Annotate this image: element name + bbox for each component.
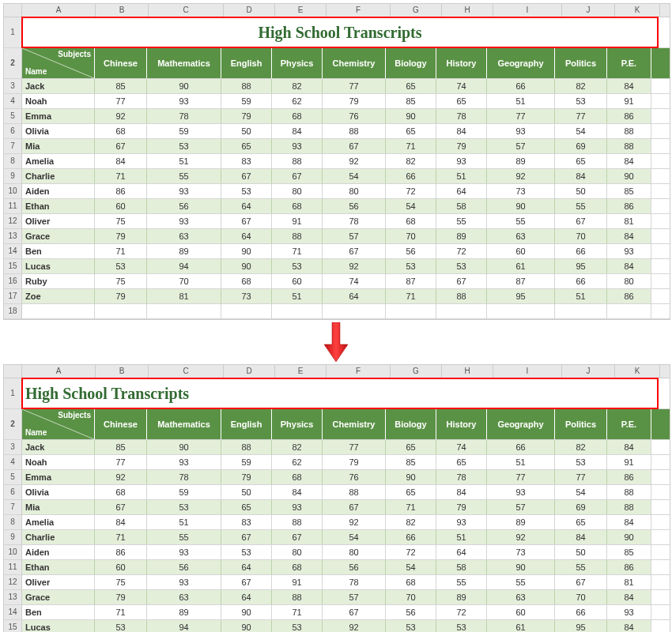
- column-header[interactable]: English: [221, 409, 272, 439]
- data-cell[interactable]: 90: [386, 109, 436, 123]
- data-cell[interactable]: 67: [323, 244, 386, 258]
- data-cell[interactable]: 64: [436, 545, 487, 559]
- data-cell[interactable]: 67: [221, 214, 272, 228]
- row-number[interactable]: 8: [4, 515, 22, 529]
- data-cell[interactable]: 94: [147, 620, 221, 632]
- data-cell[interactable]: 84: [555, 169, 607, 183]
- data-cell[interactable]: 93: [272, 500, 323, 514]
- data-cell[interactable]: 94: [147, 259, 221, 273]
- data-cell[interactable]: 84: [607, 620, 651, 632]
- data-cell[interactable]: 71: [386, 139, 436, 153]
- data-cell[interactable]: 53: [555, 94, 607, 108]
- row-number[interactable]: 11: [4, 560, 22, 574]
- data-cell[interactable]: 75: [95, 274, 147, 288]
- data-cell[interactable]: 92: [323, 515, 386, 529]
- data-cell[interactable]: 53: [555, 455, 607, 469]
- data-cell[interactable]: 65: [386, 440, 436, 454]
- column-letter[interactable]: E: [275, 4, 327, 17]
- row-number[interactable]: 15: [4, 259, 22, 273]
- data-cell[interactable]: 54: [555, 485, 607, 499]
- data-cell[interactable]: 67: [436, 274, 487, 288]
- data-cell[interactable]: 93: [436, 154, 487, 168]
- data-cell[interactable]: 56: [323, 199, 386, 213]
- row-number[interactable]: 7: [4, 139, 22, 153]
- data-cell[interactable]: 93: [147, 94, 221, 108]
- data-cell[interactable]: 87: [386, 274, 436, 288]
- name-cell[interactable]: Grace: [22, 229, 95, 243]
- column-header[interactable]: Biology: [386, 409, 436, 439]
- data-cell[interactable]: 65: [386, 485, 436, 499]
- data-cell[interactable]: 86: [607, 289, 651, 303]
- data-cell[interactable]: 64: [221, 229, 272, 243]
- data-cell[interactable]: 89: [147, 244, 221, 258]
- name-cell[interactable]: Grace: [22, 590, 95, 604]
- data-cell[interactable]: 68: [272, 470, 323, 484]
- empty-cell[interactable]: [272, 304, 323, 318]
- data-cell[interactable]: 92: [323, 154, 386, 168]
- row-number[interactable]: 17: [4, 289, 22, 303]
- data-cell[interactable]: 51: [487, 455, 555, 469]
- data-cell[interactable]: 89: [436, 229, 487, 243]
- data-cell[interactable]: 58: [436, 199, 487, 213]
- data-cell[interactable]: 83: [221, 154, 272, 168]
- data-cell[interactable]: 64: [221, 560, 272, 574]
- data-cell[interactable]: 82: [555, 79, 607, 93]
- data-cell[interactable]: 74: [323, 274, 386, 288]
- data-cell[interactable]: 89: [487, 154, 555, 168]
- data-cell[interactable]: 64: [221, 199, 272, 213]
- data-cell[interactable]: 65: [386, 79, 436, 93]
- name-cell[interactable]: Aiden: [22, 545, 95, 559]
- data-cell[interactable]: 61: [487, 259, 555, 273]
- data-cell[interactable]: 88: [272, 154, 323, 168]
- data-cell[interactable]: 84: [607, 590, 651, 604]
- data-cell[interactable]: 86: [607, 109, 651, 123]
- data-cell[interactable]: 77: [487, 470, 555, 484]
- data-cell[interactable]: 70: [147, 274, 221, 288]
- row-number[interactable]: 3: [4, 440, 22, 454]
- data-cell[interactable]: 54: [386, 199, 436, 213]
- data-cell[interactable]: 73: [221, 289, 272, 303]
- data-cell[interactable]: 86: [95, 184, 147, 198]
- data-cell[interactable]: 57: [487, 139, 555, 153]
- data-cell[interactable]: 84: [272, 485, 323, 499]
- column-letter[interactable]: K: [615, 4, 660, 17]
- data-cell[interactable]: 86: [607, 560, 651, 574]
- data-cell[interactable]: 82: [272, 79, 323, 93]
- data-cell[interactable]: 85: [386, 94, 436, 108]
- data-cell[interactable]: 63: [147, 229, 221, 243]
- name-cell[interactable]: Mia: [22, 500, 95, 514]
- name-cell[interactable]: Ruby: [22, 274, 95, 288]
- data-cell[interactable]: 51: [147, 515, 221, 529]
- data-cell[interactable]: 68: [95, 485, 147, 499]
- empty-cell[interactable]: [147, 304, 221, 318]
- sheet-title[interactable]: High School Transcripts: [22, 17, 658, 47]
- data-cell[interactable]: 82: [386, 154, 436, 168]
- data-cell[interactable]: 62: [272, 94, 323, 108]
- data-cell[interactable]: 72: [436, 605, 487, 619]
- data-cell[interactable]: 86: [95, 545, 147, 559]
- data-cell[interactable]: 92: [487, 169, 555, 183]
- select-all-corner[interactable]: [4, 4, 22, 17]
- data-cell[interactable]: 60: [95, 199, 147, 213]
- row-number[interactable]: 6: [4, 485, 22, 499]
- column-letter[interactable]: K: [615, 365, 660, 378]
- data-cell[interactable]: 71: [386, 500, 436, 514]
- data-cell[interactable]: 92: [95, 470, 147, 484]
- data-cell[interactable]: 68: [221, 274, 272, 288]
- name-cell[interactable]: Ben: [22, 244, 95, 258]
- data-cell[interactable]: 93: [607, 244, 651, 258]
- data-cell[interactable]: 85: [95, 79, 147, 93]
- data-cell[interactable]: 93: [607, 605, 651, 619]
- data-cell[interactable]: 57: [487, 500, 555, 514]
- data-cell[interactable]: 91: [272, 214, 323, 228]
- row-number[interactable]: 10: [4, 184, 22, 198]
- data-cell[interactable]: 91: [607, 94, 651, 108]
- data-cell[interactable]: 55: [487, 214, 555, 228]
- row-number[interactable]: 2: [4, 409, 22, 439]
- data-cell[interactable]: 88: [272, 229, 323, 243]
- data-cell[interactable]: 67: [221, 530, 272, 544]
- data-cell[interactable]: 79: [436, 139, 487, 153]
- column-header[interactable]: History: [436, 409, 487, 439]
- data-cell[interactable]: 65: [386, 124, 436, 138]
- name-cell[interactable]: Charlie: [22, 169, 95, 183]
